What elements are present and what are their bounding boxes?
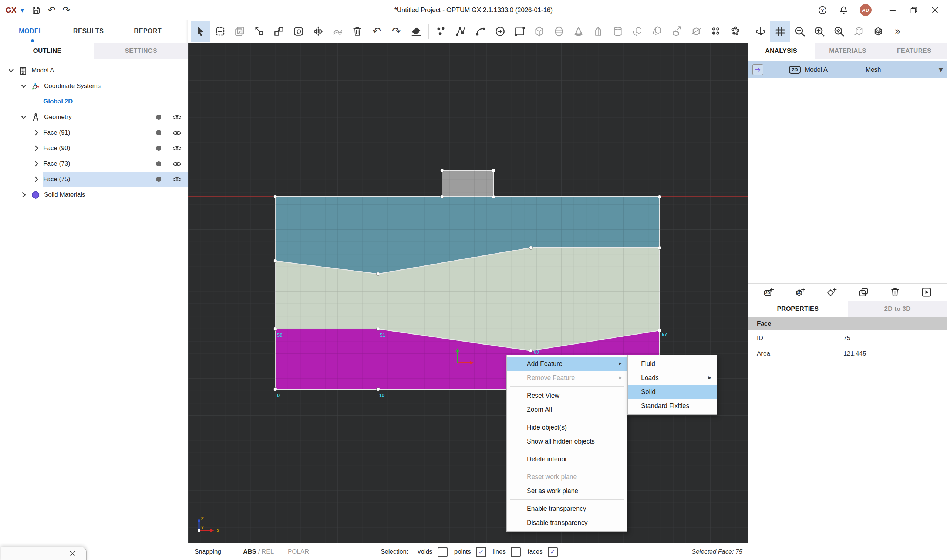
- tab-analysis[interactable]: ANALYSIS: [748, 43, 814, 59]
- menu-item-show-all-hidden-objects[interactable]: Show all hidden objects: [507, 434, 627, 448]
- visibility-eye-icon[interactable]: [172, 128, 182, 138]
- tree-item-face-73-[interactable]: Face (73): [0, 156, 188, 172]
- delete-button[interactable]: [887, 285, 902, 299]
- tab-properties[interactable]: PROPERTIES: [748, 301, 848, 317]
- minimize-button[interactable]: [888, 5, 898, 15]
- menu-item-add-feature[interactable]: Add Feature▶: [507, 357, 627, 371]
- visibility-eye-icon[interactable]: [172, 159, 182, 169]
- tree-item-status-dot[interactable]: [156, 161, 161, 166]
- menu-item-set-as-work-plane[interactable]: Set as work plane: [507, 484, 627, 498]
- visibility-eye-icon[interactable]: [172, 112, 182, 122]
- duplicate-button[interactable]: [856, 285, 871, 299]
- zoom-window-tool[interactable]: [829, 21, 848, 42]
- tab-materials[interactable]: MATERIALS: [814, 43, 881, 59]
- close-button[interactable]: [930, 5, 940, 15]
- save-icon[interactable]: [31, 5, 41, 15]
- grid-toggle[interactable]: [770, 21, 790, 42]
- clip-tool[interactable]: [848, 21, 868, 42]
- erase-tool[interactable]: [406, 21, 426, 42]
- canvas-svg[interactable]: 50516067010 Z Y X: [188, 43, 748, 543]
- extrude-tool[interactable]: [666, 21, 686, 42]
- tab-2d-to-3d[interactable]: 2D to 3D: [848, 301, 947, 317]
- revolve-tool[interactable]: [628, 21, 647, 42]
- app-logo[interactable]: GX: [6, 6, 17, 14]
- visibility-eye-icon[interactable]: [172, 174, 182, 185]
- visibility-eye-icon[interactable]: [172, 143, 182, 154]
- more-tools[interactable]: »: [888, 21, 907, 42]
- select-properties-tool[interactable]: [230, 21, 249, 42]
- tree-item-geometry[interactable]: Geometry: [0, 109, 188, 125]
- mirror-tool[interactable]: [308, 21, 328, 42]
- zoom-in-tool[interactable]: [810, 21, 829, 42]
- scale-tool[interactable]: [269, 21, 288, 42]
- chevron-right-icon[interactable]: [19, 190, 28, 200]
- model-canvas[interactable]: 50516067010 Z Y X: [188, 43, 748, 543]
- redo-icon[interactable]: ↷: [62, 5, 70, 15]
- menu-item-zoom-all[interactable]: Zoom All: [507, 403, 627, 417]
- prism-tool[interactable]: [588, 21, 608, 42]
- tab-features[interactable]: FEATURES: [881, 43, 947, 59]
- analysis-stage-value[interactable]: Mesh: [865, 66, 881, 74]
- loft-tool[interactable]: [647, 21, 666, 42]
- tree-item-status-dot[interactable]: [156, 115, 161, 120]
- popup-close-icon[interactable]: [68, 550, 77, 558]
- menu-item-hide-object-s-[interactable]: Hide object(s): [507, 420, 627, 434]
- add-material-button[interactable]: [825, 285, 839, 299]
- menu-item-disable-transparency[interactable]: Disable transparency: [507, 515, 627, 530]
- tree-item-status-dot[interactable]: [156, 146, 161, 151]
- redo-button[interactable]: ↷: [387, 21, 406, 42]
- rectangle-tool[interactable]: [510, 21, 529, 42]
- run-analysis-button[interactable]: [919, 285, 934, 299]
- rel-toggle[interactable]: REL: [262, 548, 274, 555]
- analysis-model-row[interactable]: 2D Model A Mesh ▼: [748, 61, 947, 78]
- polyline-tool[interactable]: [451, 21, 470, 42]
- box-select-tool[interactable]: [210, 21, 230, 42]
- menu-item-reset-work-plane[interactable]: Reset work plane: [507, 470, 627, 484]
- app-menu-caret-icon[interactable]: ▼: [20, 7, 25, 13]
- chevron-right-icon[interactable]: [31, 159, 41, 169]
- analysis-stage-dropdown-icon[interactable]: ▼: [938, 66, 943, 73]
- cone-tool[interactable]: [569, 21, 588, 42]
- chevron-down-icon[interactable]: [19, 112, 28, 122]
- cylinder-tool[interactable]: [608, 21, 628, 42]
- checkbox-faces[interactable]: ✓: [548, 547, 558, 557]
- tree-item-global-2d[interactable]: Global 2D: [0, 94, 188, 109]
- checkbox-voids[interactable]: [438, 547, 447, 557]
- tab-settings[interactable]: SETTINGS: [94, 43, 188, 59]
- sweep-tool[interactable]: [328, 21, 347, 42]
- goto-model-button[interactable]: [753, 64, 763, 75]
- tree-item-model-a[interactable]: Model A: [0, 63, 188, 78]
- tab-report[interactable]: REPORT: [134, 27, 162, 35]
- menu-item-enable-transparency[interactable]: Enable transparency: [507, 502, 627, 515]
- box-tool[interactable]: [529, 21, 549, 42]
- chevron-right-icon[interactable]: [31, 174, 41, 184]
- delete-tool[interactable]: [347, 21, 367, 42]
- checkbox-lines[interactable]: [511, 547, 521, 557]
- add-3d-model-button[interactable]: 3D: [793, 285, 808, 299]
- mesh-view-tool[interactable]: [868, 21, 888, 42]
- tree-item-coordinate-systems[interactable]: Coordinate Systems: [0, 78, 188, 94]
- polar-toggle[interactable]: POLAR: [288, 543, 309, 560]
- tree-item-face-75-[interactable]: Face (75): [0, 172, 188, 187]
- snapping-toggle[interactable]: Snapping: [194, 543, 221, 560]
- point-array-tool[interactable]: [706, 21, 725, 42]
- help-icon[interactable]: ?: [817, 5, 828, 15]
- tab-model[interactable]: MODEL: [19, 27, 43, 35]
- submenu-item-fluid[interactable]: Fluid: [628, 357, 717, 371]
- pattern-tool[interactable]: [725, 21, 745, 42]
- avatar[interactable]: AD: [860, 4, 871, 16]
- tree-item-status-dot[interactable]: [156, 177, 161, 182]
- zoom-out-tool[interactable]: [790, 21, 810, 42]
- chevron-right-icon[interactable]: [31, 128, 41, 137]
- checkbox-points[interactable]: ✓: [476, 547, 486, 557]
- point-tool[interactable]: [431, 21, 451, 42]
- tab-results[interactable]: RESULTS: [73, 27, 103, 35]
- circle-tool[interactable]: [490, 21, 510, 42]
- slice-tool[interactable]: [686, 21, 706, 42]
- menu-item-remove-feature[interactable]: Remove Feature▶: [507, 371, 627, 385]
- menu-item-reset-view[interactable]: Reset View: [507, 388, 627, 403]
- abs-toggle[interactable]: ABS: [243, 548, 256, 555]
- tree-item-status-dot[interactable]: [156, 130, 161, 135]
- tree-item-solid-materials[interactable]: Solid Materials: [0, 187, 188, 203]
- menu-item-delete-interior[interactable]: Delete interior: [507, 452, 627, 466]
